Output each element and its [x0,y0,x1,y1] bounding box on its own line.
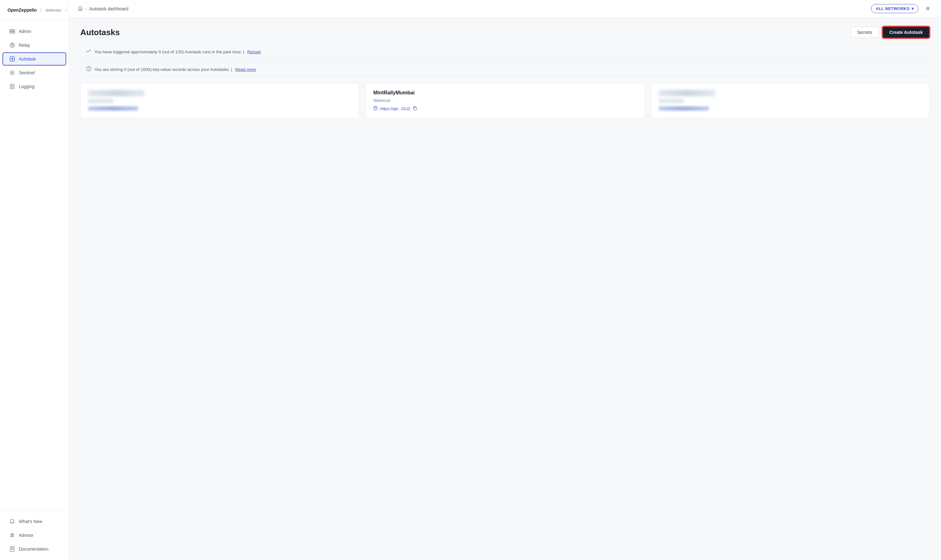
runs-info-banner: You have triggered approximately 0 (out … [80,45,930,59]
sidebar-bottom: What's New Advisor Documentation [0,510,69,560]
sidebar-item-admin-label: Admin [19,29,31,34]
copy-icon[interactable] [413,106,417,111]
blurred-type-1 [88,99,113,103]
sidebar-item-whats-new[interactable]: What's New [3,515,66,528]
storage-info-text: You are storing 0 (out of 1000) key-valu… [94,67,232,72]
blurred-url-1 [88,106,138,111]
advisor-icon [9,532,15,538]
autotask-icon [9,56,15,62]
blurred-url-3 [659,106,709,111]
page-header: Autotasks Secrets Create Autotask [80,26,930,38]
read-more-link[interactable]: Read more [235,67,256,72]
svg-point-17 [88,68,89,68]
sidebar-item-documentation[interactable]: Documentation [3,542,66,555]
sidebar-item-whats-new-label: What's New [19,519,42,524]
sidebar-item-admin[interactable]: Admin [3,25,66,38]
relay-icon [9,42,15,48]
runs-info-text: You have triggered approximately 0 (out … [94,49,244,54]
breadcrumb: › Autotask dashboard [78,6,867,12]
svg-rect-4 [12,32,15,33]
sentinel-icon [9,70,15,75]
sidebar-item-logging[interactable]: Logging [3,80,66,93]
main-area: › Autotask dashboard ALL NETWORKS ▾ ≡ Au… [69,0,941,560]
breadcrumb-separator: › [85,6,87,11]
svg-rect-1 [10,29,12,31]
logo-divider: | [40,8,42,12]
blurred-title-3 [659,90,715,96]
all-networks-label: ALL NETWORKS [876,6,910,11]
sidebar-item-logging-label: Logging [19,84,34,89]
svg-rect-20 [414,107,417,110]
page-title: Autotasks [80,28,120,37]
blurred-title-1 [88,90,145,96]
logging-icon [9,84,15,89]
bell-icon [9,518,15,524]
svg-point-9 [12,72,13,73]
sidebar-item-autotask[interactable]: Autotask [3,52,66,66]
sidebar-item-advisor[interactable]: Advisor [3,529,66,542]
card-url-text: https://api...GLtZ [380,106,410,111]
hamburger-menu-button[interactable]: ≡ [923,4,932,14]
autotask-card-3[interactable] [651,83,930,118]
create-autotask-button[interactable]: Create Autotask [882,26,930,38]
sidebar-logo: OpenZeppelin | defender ‹ [0,0,69,20]
chart-icon [86,49,91,55]
svg-rect-2 [12,29,15,31]
info-icon [86,66,91,72]
sidebar-collapse-button[interactable]: ‹ [64,6,68,14]
secrets-button[interactable]: Secrets [851,27,879,38]
breadcrumb-text: Autotask dashboard [89,6,129,11]
autotasks-grid: MintRallyMumbai Webhook https://api...GL… [80,83,930,118]
card-title-mintrallymumbai: MintRallyMumbai [373,90,636,95]
sidebar: OpenZeppelin | defender ‹ Admin Relay Au… [0,0,69,560]
webhook-icon [373,106,378,111]
svg-rect-3 [10,32,12,33]
admin-icon [9,29,15,34]
autotask-card-mintrallymumbai[interactable]: MintRallyMumbai Webhook https://api...GL… [365,83,644,118]
svg-point-18 [374,106,377,110]
sidebar-item-advisor-label: Advisor [19,533,34,538]
sidebar-item-relay[interactable]: Relay [3,38,66,52]
home-icon [78,6,83,12]
sidebar-item-documentation-label: Documentation [19,546,48,552]
docs-icon [9,546,15,552]
svg-point-19 [375,109,376,109]
chevron-down-icon: ▾ [912,6,914,11]
sidebar-item-autotask-label: Autotask [19,57,36,62]
sidebar-item-sentinel-label: Sentinel [19,70,35,75]
autotask-card-1[interactable] [80,83,359,118]
svg-point-6 [11,44,13,46]
content-area: Autotasks Secrets Create Autotask You ha… [69,18,941,560]
storage-info-banner: You are storing 0 (out of 1000) key-valu… [80,62,930,77]
svg-rect-13 [10,546,14,552]
card-url-mintrallymumbai: https://api...GLtZ [373,106,636,111]
card-type-mintrallymumbai: Webhook [373,98,636,103]
logo-subtitle: defender [45,8,62,12]
header-actions: Secrets Create Autotask [851,26,930,38]
sidebar-nav: Admin Relay Autotask Sentinel [0,20,69,510]
topbar: › Autotask dashboard ALL NETWORKS ▾ ≡ [69,0,941,18]
topbar-right: ALL NETWORKS ▾ ≡ [871,4,932,14]
sidebar-item-relay-label: Relay [19,43,30,48]
reload-link[interactable]: Reload [247,49,261,54]
blurred-type-3 [659,99,684,103]
sidebar-item-sentinel[interactable]: Sentinel [3,66,66,79]
svg-rect-14 [80,9,81,10]
logo-brand-text: OpenZeppelin [8,8,37,12]
all-networks-button[interactable]: ALL NETWORKS ▾ [871,4,918,13]
